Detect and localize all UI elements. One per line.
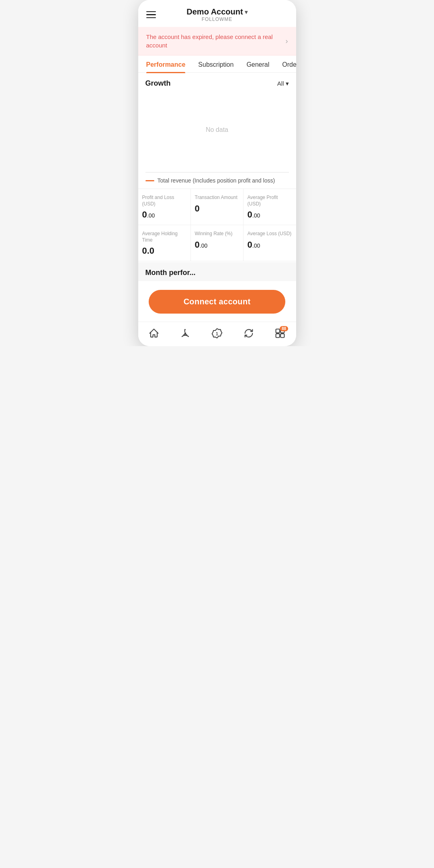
svg-text:1: 1 <box>216 331 218 336</box>
svg-rect-6 <box>280 334 284 338</box>
account-name: Demo Account <box>186 7 243 16</box>
menu-icon[interactable] <box>146 11 156 18</box>
nav-home[interactable] <box>148 328 160 339</box>
stat-winning-rate: Winning Rate (%) 0.00 <box>191 225 244 261</box>
legend-text: Total revenue (Includes position profit … <box>158 177 275 184</box>
nav-refresh[interactable] <box>243 328 254 339</box>
stat-label-0: Profit and Loss (USD) <box>142 195 186 207</box>
tab-general[interactable]: General <box>240 55 276 72</box>
growth-section: Growth All ▾ No data Total revenue (Incl… <box>138 73 296 189</box>
svg-point-1 <box>185 329 186 330</box>
stat-avg-profit: Average Profit (USD) 0.00 <box>244 189 296 225</box>
badge-icon: 1 <box>211 328 223 339</box>
home-icon <box>148 328 160 339</box>
alert-chevron-icon: › <box>286 37 288 45</box>
stat-label-2: Average Profit (USD) <box>248 195 292 207</box>
profile-badge: 88 <box>280 326 288 331</box>
stat-value-4: 0.00 <box>195 240 239 250</box>
signal-icon <box>180 328 191 339</box>
stat-label-4: Winning Rate (%) <box>195 231 239 237</box>
stat-label-3: Average Holding Time <box>142 231 186 243</box>
alert-banner[interactable]: The account has expired, please connect … <box>138 27 296 55</box>
connect-button-wrapper: Connect account <box>138 281 296 322</box>
stat-avg-loss: Average Loss (USD) 0.00 <box>244 225 296 261</box>
legend-line-icon <box>145 180 154 181</box>
refresh-icon <box>243 328 254 339</box>
svg-rect-5 <box>276 334 280 338</box>
tab-bar: Performance Subscription General Order <box>138 55 296 73</box>
tab-performance[interactable]: Performance <box>140 55 192 72</box>
no-data-label: No data <box>206 110 228 158</box>
stat-label-1: Transaction Amount <box>195 195 239 201</box>
nav-signal[interactable] <box>180 328 191 339</box>
filter-label: All <box>277 80 284 87</box>
alert-text: The account has expired, please connect … <box>146 33 281 49</box>
nav-badge[interactable]: 1 <box>211 328 223 339</box>
tab-subscription[interactable]: Subscription <box>192 55 240 72</box>
connect-account-button[interactable]: Connect account <box>149 290 285 314</box>
filter-chevron-icon: ▾ <box>286 80 289 87</box>
bottom-nav: 1 88 <box>138 322 296 346</box>
stat-label-5: Average Loss (USD) <box>248 231 292 237</box>
header: Demo Account ▾ FOLLOWME <box>138 0 296 27</box>
nav-profile[interactable]: 88 <box>274 328 286 339</box>
growth-filter[interactable]: All ▾ <box>277 80 289 87</box>
month-performance-section: Month perfor... <box>138 262 296 281</box>
header-subtitle: FOLLOWME <box>186 16 247 22</box>
stat-value-3: 0.0 <box>142 246 186 256</box>
chart-area: No data <box>138 92 296 172</box>
stat-value-0: 0.00 <box>142 209 186 220</box>
tab-order[interactable]: Order <box>276 55 296 72</box>
svg-rect-3 <box>276 329 280 333</box>
growth-title: Growth <box>145 79 171 88</box>
stat-value-2: 0.00 <box>248 209 292 220</box>
stat-value-1: 0 <box>195 203 239 214</box>
stat-value-5: 0.00 <box>248 240 292 250</box>
month-title: Month perfor... <box>145 269 289 277</box>
stat-profit-loss: Profit and Loss (USD) 0.00 <box>138 189 191 225</box>
account-chevron: ▾ <box>245 9 248 15</box>
chart-legend: Total revenue (Includes position profit … <box>138 172 296 189</box>
stat-avg-holding: Average Holding Time 0.0 <box>138 225 191 261</box>
stats-grid: Profit and Loss (USD) 0.00 Transaction A… <box>138 189 296 261</box>
stat-transaction-amount: Transaction Amount 0 <box>191 189 244 225</box>
